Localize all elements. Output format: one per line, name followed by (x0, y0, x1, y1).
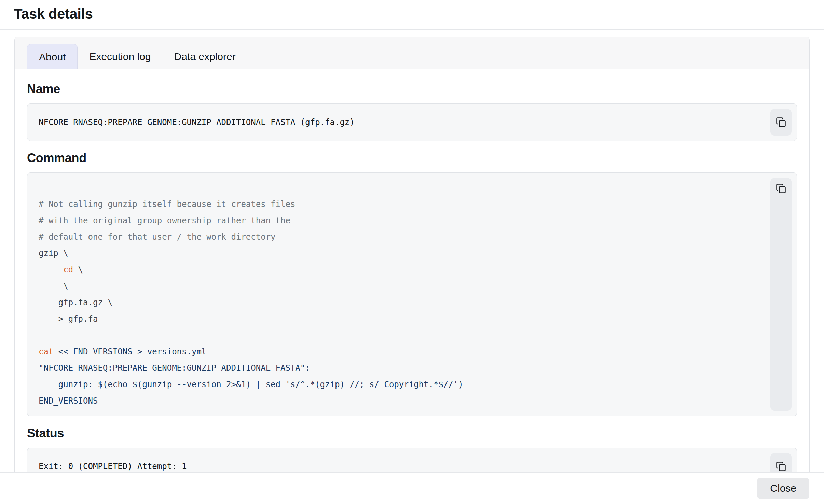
tab-execution-log[interactable]: Execution log (78, 44, 162, 69)
status-box: Exit: 0 (COMPLETED) Attempt: 1 (27, 448, 797, 472)
copy-icon (776, 461, 786, 472)
tab-panel: AboutExecution logData explorer Name NFC… (14, 37, 810, 472)
command-code-line: \ (39, 278, 752, 294)
command-code-line: gunzip: $(echo $(gunzip --version 2>&1) … (39, 376, 752, 393)
close-button[interactable]: Close (757, 478, 809, 499)
name-section-heading: Name (27, 82, 797, 97)
command-code-line: cat <<-END_VERSIONS > versions.yml (39, 344, 752, 360)
copy-icon (776, 183, 786, 194)
tab-panel-content: Name NFCORE_RNASEQ:PREPARE_GENOME:GUNZIP… (15, 69, 809, 472)
name-box: NFCORE_RNASEQ:PREPARE_GENOME:GUNZIP_ADDI… (27, 103, 797, 141)
tab-about[interactable]: About (27, 44, 78, 69)
tab-strip: AboutExecution logData explorer (15, 37, 809, 69)
command-code-line: -cd \ (39, 262, 752, 278)
command-code-line: END_VERSIONS (39, 393, 752, 409)
status-section-heading: Status (27, 426, 797, 441)
modal-header: Task details (0, 0, 824, 30)
status-copy-area (770, 453, 792, 472)
command-code-line: gfp.fa.gz \ (39, 294, 752, 311)
command-code-line: gzip \ (39, 245, 752, 262)
copy-command-button[interactable] (776, 183, 786, 194)
command-code-line: # default one for that user / the work d… (39, 229, 752, 245)
page-title: Task details (14, 6, 810, 22)
tab-data-explorer[interactable]: Data explorer (163, 44, 247, 69)
command-code-line: # with the original group ownership rath… (39, 212, 752, 229)
command-code-line (39, 327, 752, 344)
name-copy-area (770, 109, 792, 136)
modal-footer: Close (0, 472, 824, 504)
command-code-line: "NFCORE_RNASEQ:PREPARE_GENOME:GUNZIP_ADD… (39, 360, 752, 376)
command-code: # Not calling gunzip itself because it c… (39, 180, 752, 409)
modal-body: AboutExecution logData explorer Name NFC… (0, 30, 824, 472)
command-code-line: > gfp.fa (39, 311, 752, 327)
command-box: # Not calling gunzip itself because it c… (27, 172, 797, 416)
command-scrollbar[interactable] (770, 178, 792, 411)
name-value: NFCORE_RNASEQ:PREPARE_GENOME:GUNZIP_ADDI… (39, 117, 355, 127)
copy-status-button[interactable] (776, 461, 786, 472)
copy-name-button[interactable] (776, 117, 786, 127)
command-section-heading: Command (27, 151, 797, 166)
copy-icon (776, 117, 786, 127)
status-value: Exit: 0 (COMPLETED) Attempt: 1 (39, 462, 187, 471)
command-code-line (39, 180, 752, 196)
command-code-line: # Not calling gunzip itself because it c… (39, 196, 752, 212)
